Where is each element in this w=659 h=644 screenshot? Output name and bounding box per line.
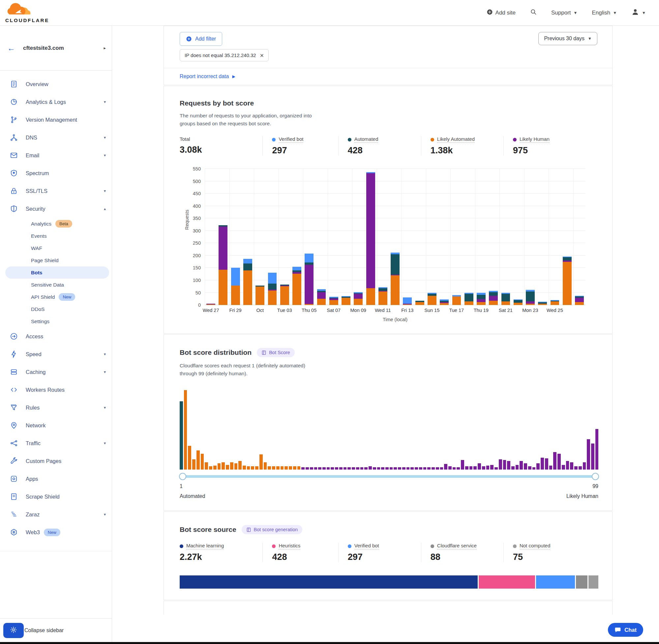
histogram-bar[interactable]: [230, 462, 233, 469]
histogram-bar[interactable]: [259, 454, 263, 469]
histogram-bar[interactable]: [255, 466, 258, 469]
histogram-bar[interactable]: [465, 466, 468, 469]
histogram-bar[interactable]: [272, 466, 275, 469]
stacked-bar[interactable]: [218, 225, 228, 305]
histogram-bar[interactable]: [587, 439, 590, 469]
histogram-bar[interactable]: [221, 462, 225, 469]
histogram-bar[interactable]: [217, 463, 221, 469]
histogram-bar[interactable]: [419, 467, 422, 469]
histogram-bar[interactable]: [490, 465, 494, 469]
histogram-bar[interactable]: [377, 467, 380, 469]
histogram-bar[interactable]: [595, 429, 599, 469]
histogram-bar[interactable]: [180, 401, 183, 469]
histogram-bar[interactable]: [247, 466, 250, 469]
sidebar-item-ddos[interactable]: DDoS: [5, 303, 109, 315]
stacked-bar[interactable]: [366, 172, 375, 305]
slider-handle-max[interactable]: [592, 473, 599, 480]
stacked-bar[interactable]: [575, 296, 584, 305]
histogram-bar[interactable]: [520, 461, 523, 470]
histogram-bar[interactable]: [243, 466, 246, 469]
cloudflare-logo[interactable]: CLOUDFLARE: [5, 2, 49, 23]
histogram-bar[interactable]: [507, 461, 510, 470]
histogram-bar[interactable]: [448, 466, 452, 469]
stacked-bar[interactable]: [243, 259, 252, 305]
histogram-bar[interactable]: [570, 462, 573, 469]
stacked-bar[interactable]: [428, 293, 437, 305]
histogram-bar[interactable]: [318, 467, 322, 469]
stacked-bar[interactable]: [256, 285, 264, 305]
slider-handle-min[interactable]: [179, 473, 186, 480]
sidebar-item-settings[interactable]: Settings: [5, 315, 109, 327]
histogram-bar[interactable]: [327, 467, 330, 469]
back-arrow-icon[interactable]: ←: [7, 44, 15, 53]
histogram-bar[interactable]: [591, 443, 594, 470]
histogram-bar[interactable]: [323, 467, 326, 469]
histogram-bar[interactable]: [352, 467, 355, 469]
sidebar-item-network[interactable]: Network: [0, 416, 112, 434]
stacked-bar[interactable]: [305, 254, 313, 305]
sidebar-item-rules[interactable]: Rules▾: [0, 399, 112, 416]
histogram-bar[interactable]: [238, 461, 242, 470]
histogram-bar[interactable]: [436, 467, 439, 469]
slider-track[interactable]: [180, 475, 598, 478]
sidebar-item-access[interactable]: Access: [0, 327, 112, 345]
collapse-sidebar-label[interactable]: Collapse sidebar: [24, 627, 64, 634]
histogram-bar[interactable]: [381, 467, 384, 469]
histogram-bar[interactable]: [402, 467, 405, 469]
histogram-bar[interactable]: [583, 462, 586, 469]
histogram-bar[interactable]: [364, 467, 368, 469]
sidebar-item-spectrum[interactable]: Spectrum: [0, 164, 112, 182]
histogram-bar[interactable]: [558, 454, 561, 469]
histogram-bar[interactable]: [293, 466, 297, 469]
histogram-bar[interactable]: [566, 461, 569, 470]
histogram-bar[interactable]: [251, 466, 254, 469]
histogram-bar[interactable]: [427, 467, 430, 469]
histogram-bar[interactable]: [456, 467, 460, 469]
support-menu[interactable]: Support ▼: [551, 9, 577, 16]
histogram-bar[interactable]: [453, 467, 456, 469]
histogram-bar[interactable]: [356, 467, 359, 469]
histogram-bar[interactable]: [503, 460, 507, 469]
histogram-bar[interactable]: [473, 466, 477, 469]
histogram-bar[interactable]: [188, 446, 191, 469]
stacked-bar[interactable]: [391, 253, 400, 305]
histogram-bar[interactable]: [209, 466, 212, 469]
sidebar-item-analytics-logs[interactable]: Analytics & Logs▾: [0, 93, 112, 111]
sidebar-item-sensitive-data[interactable]: Sensitive Data: [5, 279, 109, 291]
histogram-bar[interactable]: [406, 467, 410, 469]
histogram-bar[interactable]: [339, 467, 343, 469]
histogram-bar[interactable]: [297, 466, 301, 469]
histogram-bar[interactable]: [533, 467, 536, 469]
sidebar-item-bots[interactable]: Bots: [5, 267, 109, 279]
histogram-bar[interactable]: [486, 466, 490, 469]
site-name[interactable]: cftestsite3.com: [23, 45, 64, 51]
site-switcher-caret-icon[interactable]: ▸: [103, 46, 106, 50]
histogram-bar[interactable]: [440, 467, 443, 469]
histogram-bar[interactable]: [516, 465, 519, 469]
stacked-bar[interactable]: [292, 267, 301, 305]
histogram-bar[interactable]: [344, 467, 347, 469]
histogram-bar[interactable]: [469, 466, 473, 469]
histogram-bar[interactable]: [234, 463, 238, 469]
stacked-bar[interactable]: [465, 293, 473, 305]
histogram-bar[interactable]: [192, 459, 195, 469]
histogram-bar[interactable]: [398, 467, 401, 469]
histogram-bar[interactable]: [360, 467, 363, 469]
stacked-bar[interactable]: [280, 284, 289, 305]
add-filter-button[interactable]: Add filter: [180, 32, 222, 46]
sidebar-item-traffic[interactable]: Traffic▾: [0, 434, 112, 452]
report-incorrect-data-link[interactable]: Report incorrect data ▶: [180, 73, 235, 79]
sidebar-item-security[interactable]: Security▴: [0, 200, 112, 217]
sidebar-item-caching[interactable]: Caching▾: [0, 363, 112, 381]
histogram-bar[interactable]: [276, 466, 280, 469]
histogram-bar[interactable]: [524, 463, 527, 469]
histogram-bar[interactable]: [444, 464, 447, 469]
stacked-bar[interactable]: [440, 299, 449, 305]
histogram-bar[interactable]: [281, 466, 284, 469]
stacked-bar[interactable]: [403, 297, 412, 305]
histogram-bar[interactable]: [369, 466, 372, 469]
bot-score-generation-badge[interactable]: Bot score generation: [242, 525, 303, 534]
stacked-bar[interactable]: [563, 256, 572, 305]
histogram-bar[interactable]: [226, 465, 229, 469]
histogram-bar[interactable]: [536, 463, 540, 469]
